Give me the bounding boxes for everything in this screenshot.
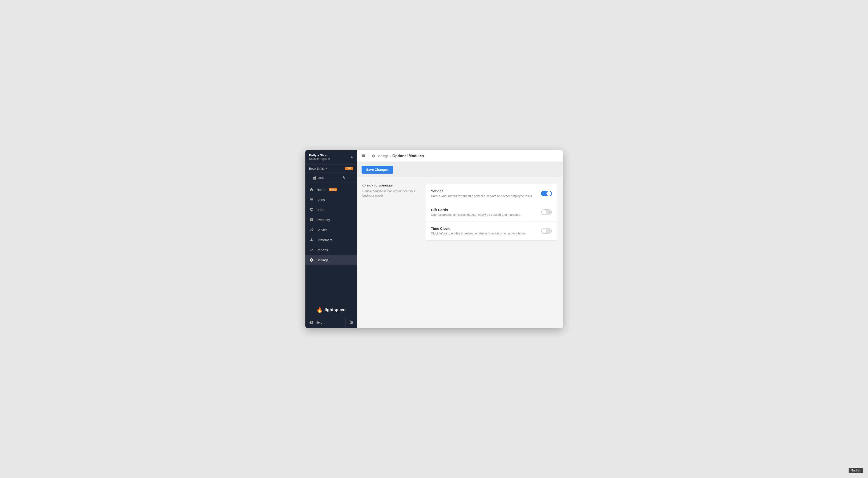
toggle-on-service[interactable] (541, 191, 552, 196)
menu-toggle-button[interactable] (362, 154, 366, 159)
module-name-service: Service (431, 189, 536, 193)
switch-icon (342, 176, 346, 180)
topbar: Settings › Optional Modules (357, 150, 563, 162)
module-desc-gift-cards: Offer scannable gift cards that can easi… (431, 213, 536, 217)
lightspeed-flame-icon: 🔥 (316, 307, 323, 313)
module-row-time-clock: Time Clock Clock in/out to enable timesh… (426, 222, 557, 240)
module-desc-time-clock: Clock in/out to enable timesheet entries… (431, 231, 536, 235)
content-left-panel: OPTIONAL MODULES Enable additional featu… (363, 184, 419, 321)
sidebar-quick-actions: Lock (305, 173, 357, 183)
inventory-icon (309, 218, 314, 223)
user-name: Betty Smith ▼ (309, 167, 343, 170)
user-status-badge: OUT (345, 167, 353, 170)
breadcrumb-current-label: Optional Modules (393, 154, 424, 158)
help-button[interactable]: Help (305, 317, 345, 328)
sidebar: Betty's Shop Choose Register ▶ Betty Smi… (305, 150, 357, 328)
switch-register-button[interactable] (331, 173, 357, 183)
pin-icon (349, 320, 353, 324)
module-row-service: Service Create work orders to schedule s… (426, 184, 557, 203)
home-beta-badge: BETA (329, 188, 337, 191)
module-row-gift-cards: Gift Cards Offer scannable gift cards th… (426, 203, 557, 222)
sidebar-item-settings[interactable]: Settings (305, 255, 357, 265)
lock-button[interactable]: Lock (305, 173, 331, 183)
breadcrumb-settings-label: Settings (377, 154, 389, 158)
toggle-off-time-clock[interactable] (541, 228, 552, 234)
sidebar-header-arrow-icon: ▶ (351, 156, 353, 159)
modules-panel: Service Create work orders to schedule s… (426, 184, 557, 321)
help-icon (309, 320, 313, 324)
module-name-time-clock: Time Clock (431, 226, 536, 230)
module-info-service: Service Create work orders to schedule s… (431, 189, 536, 198)
main-content: Settings › Optional Modules Save Changes… (357, 150, 563, 328)
toggle-off-gift-cards[interactable] (541, 210, 552, 215)
sidebar-item-customers[interactable]: Customers (305, 235, 357, 245)
sidebar-header[interactable]: Betty's Shop Choose Register ▶ (305, 150, 357, 164)
module-desc-service: Create work orders to schedule services,… (431, 194, 536, 198)
toolbar: Save Changes (357, 162, 563, 177)
ecom-icon (309, 208, 314, 213)
section-title: OPTIONAL MODULES (363, 184, 419, 187)
settings-breadcrumb-icon (372, 154, 375, 158)
sales-icon (309, 197, 314, 202)
section-description: Enable additional features to meet your … (363, 189, 419, 198)
lightspeed-logo-text: lightspeed (324, 308, 346, 312)
module-toggle-service[interactable] (541, 191, 552, 196)
store-name: Betty's Shop Choose Register (309, 154, 330, 161)
module-info-gift-cards: Gift Cards Offer scannable gift cards th… (431, 208, 536, 217)
breadcrumb: Settings › Optional Modules (372, 154, 424, 158)
sidebar-item-reports[interactable]: Reports (305, 245, 357, 255)
toggle-knob-time-clock (542, 229, 547, 233)
save-changes-button[interactable]: Save Changes (362, 166, 393, 173)
topbar-divider (369, 153, 369, 159)
customers-icon (309, 238, 314, 243)
modules-card: Service Create work orders to schedule s… (426, 184, 557, 241)
toggle-knob-service (547, 191, 551, 196)
sidebar-footer: Help (305, 317, 357, 328)
sidebar-item-home[interactable]: Home BETA (305, 185, 357, 195)
lightspeed-logo: 🔥 lightspeed (305, 303, 357, 317)
page-content: OPTIONAL MODULES Enable additional featu… (357, 177, 563, 328)
sidebar-item-inventory[interactable]: Inventory (305, 215, 357, 225)
service-icon (309, 228, 314, 232)
module-toggle-time-clock[interactable] (541, 228, 552, 234)
pin-button[interactable] (345, 317, 357, 328)
sidebar-item-ecom[interactable]: eCom (305, 205, 357, 215)
module-toggle-gift-cards[interactable] (541, 210, 552, 215)
sidebar-user: Betty Smith ▼ OUT (305, 164, 357, 173)
sidebar-item-sales[interactable]: Sales (305, 195, 357, 205)
module-info-time-clock: Time Clock Clock in/out to enable timesh… (431, 226, 536, 235)
home-icon (309, 187, 314, 192)
module-name-gift-cards: Gift Cards (431, 208, 536, 212)
breadcrumb-separator: › (390, 154, 391, 158)
lock-icon (313, 176, 317, 180)
settings-icon (309, 258, 314, 263)
language-badge[interactable]: English (848, 468, 863, 473)
sidebar-item-service[interactable]: Service (305, 225, 357, 235)
toggle-knob-gift-cards (542, 210, 547, 215)
hamburger-icon (362, 154, 366, 158)
sidebar-nav: Home BETA Sales eCom Inventory (305, 183, 357, 303)
reports-icon (309, 248, 314, 253)
user-dropdown-icon: ▼ (326, 167, 328, 170)
